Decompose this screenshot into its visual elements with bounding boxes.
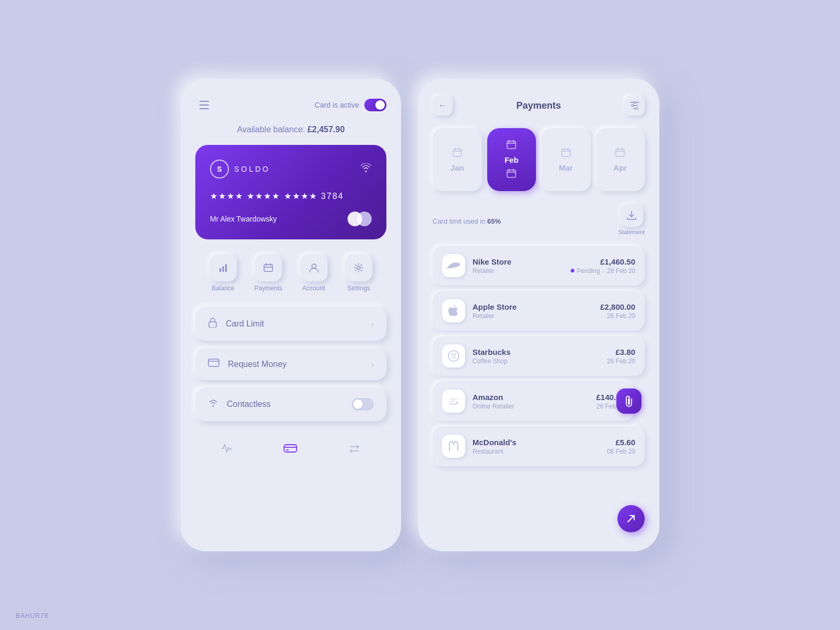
chevron-right-icon-2: ›	[371, 360, 374, 369]
left-phone: Card is active Available balance: £2,457…	[181, 79, 401, 551]
transfer-nav[interactable]	[344, 439, 365, 460]
mcdonalds-logo	[442, 435, 465, 458]
activity-nav[interactable]	[217, 439, 237, 460]
month-mar[interactable]: Mar	[541, 128, 591, 191]
transaction-mcdonalds[interactable]: McDonald's Restaurant £5.60 08 Feb 20	[433, 426, 645, 466]
apple-date: 26 Feb 20	[600, 312, 635, 320]
mcdonalds-date: 08 Feb 20	[607, 448, 635, 455]
contactless-icon	[208, 398, 218, 411]
soldo-circle: S	[210, 160, 229, 178]
svg-rect-6	[209, 322, 216, 328]
transaction-nike[interactable]: Nike Store Retailer £1,460.50 Pending · …	[433, 246, 645, 286]
transaction-starbucks[interactable]: Starbucks Coffee Shop £3.80 26 Feb 20	[433, 336, 645, 376]
starbucks-amount: £3.80	[607, 348, 635, 356]
svg-point-18	[448, 351, 459, 361]
transaction-amazon[interactable]: Amazon Online Retailer £140.00 26 Feb 20	[433, 381, 634, 421]
svg-rect-1	[222, 266, 224, 272]
mastercard-logo	[348, 212, 372, 226]
card-icon	[208, 359, 219, 370]
card-limit-item[interactable]: Card Limit ›	[195, 307, 386, 341]
month-jan[interactable]: Jan	[433, 128, 482, 191]
svg-rect-8	[284, 445, 297, 452]
calendar-icon-mar	[561, 148, 571, 159]
nav-icons-row: Balance Payments	[195, 254, 386, 292]
starbucks-category: Coffee Shop	[472, 358, 600, 365]
card-bottom: Mr Alex Twardowsky	[210, 212, 372, 226]
card-holder-name: Mr Alex Twardowsky	[210, 215, 277, 223]
card-status-section: Card is active	[314, 99, 386, 111]
menu-button[interactable]	[195, 96, 214, 114]
watermark: BAHUR78	[16, 612, 48, 620]
amazon-info: Amazon Online Retailer	[472, 393, 589, 410]
nav-account[interactable]: Account	[300, 254, 328, 292]
apple-name: Apple Store	[472, 302, 593, 311]
svg-point-5	[357, 266, 360, 269]
nav-payments[interactable]: Payments	[254, 254, 282, 292]
progress-section: Card limit used in 65% Statement	[433, 204, 645, 235]
request-money-label: Request Money	[228, 360, 287, 369]
month-apr[interactable]: Apr	[596, 128, 645, 191]
bottom-navigation	[195, 428, 386, 460]
apple-info: Apple Store Retailer	[472, 302, 593, 320]
statement-button[interactable]: Statement	[618, 204, 645, 235]
back-button[interactable]: ←	[433, 96, 453, 116]
starbucks-name: Starbucks	[472, 348, 600, 356]
card-number: ★★★★ ★★★★ ★★★★ 3784	[210, 191, 372, 201]
mcdonalds-amount-section: £5.60 08 Feb 20	[607, 438, 635, 455]
chevron-right-icon: ›	[371, 320, 374, 328]
mcdonalds-name: McDonald's	[472, 438, 600, 447]
nfc-icon	[360, 163, 372, 175]
svg-rect-13	[453, 149, 461, 156]
download-icon	[620, 204, 643, 227]
progress-info: Card limit used in 65%	[433, 217, 610, 225]
svg-rect-17	[616, 149, 624, 156]
starbucks-logo	[442, 344, 465, 368]
nike-category: Retailer	[472, 267, 563, 275]
balance-amount: £2,457.90	[307, 125, 344, 134]
card-status-label: Card is active	[314, 101, 359, 109]
contactless-item[interactable]: Contactless	[195, 387, 386, 421]
svg-rect-14	[507, 141, 516, 149]
card-logo-row: S SOLDO	[210, 160, 372, 178]
statement-label: Statement	[618, 229, 645, 235]
svg-rect-15	[507, 170, 516, 177]
mcdonalds-amount: £5.60	[607, 438, 635, 447]
filter-button[interactable]	[625, 96, 645, 116]
starbucks-amount-section: £3.80 26 Feb 20	[607, 348, 635, 365]
svg-point-12	[636, 108, 638, 110]
amazon-logo	[442, 390, 465, 413]
svg-point-11	[632, 104, 634, 107]
settings-label: Settings	[347, 285, 370, 292]
request-money-item[interactable]: Request Money ›	[195, 348, 386, 380]
balance-display: Available balance: £2,457.90	[195, 125, 386, 134]
attachment-button[interactable]	[616, 388, 642, 414]
svg-point-10	[634, 101, 636, 103]
calendar-icon-active2	[507, 169, 516, 180]
nav-settings[interactable]: Settings	[345, 254, 372, 292]
calendar-icon-active	[507, 140, 516, 151]
apple-amount-section: £2,800.00 26 Feb 20	[600, 302, 635, 320]
nike-name: Nike Store	[472, 257, 563, 266]
month-picker: Jan Feb	[433, 128, 645, 191]
payments-header: ← Payments	[433, 96, 645, 116]
contactless-label: Contactless	[227, 400, 271, 409]
starbucks-date: 26 Feb 20	[607, 358, 635, 365]
month-feb[interactable]: Feb	[487, 128, 537, 191]
nav-balance[interactable]: Balance	[209, 254, 237, 292]
svg-rect-16	[562, 149, 570, 156]
card-limit-label: Card Limit	[226, 319, 264, 329]
lock-icon	[208, 317, 217, 330]
fab-button[interactable]	[617, 505, 645, 532]
card-active-toggle[interactable]	[364, 99, 386, 111]
account-label: Account	[302, 285, 325, 292]
contactless-toggle[interactable]	[352, 398, 374, 411]
soldo-name: SOLDO	[234, 165, 270, 173]
mcdonalds-category: Restaurant	[472, 448, 600, 455]
transaction-apple[interactable]: Apple Store Retailer £2,800.00 26 Feb 20	[433, 291, 645, 331]
nike-amount: £1,460.50	[571, 257, 635, 266]
apple-amount: £2,800.00	[600, 302, 635, 311]
card-nav[interactable]	[279, 439, 301, 460]
calendar-icon	[453, 148, 462, 159]
settings-icon	[345, 254, 372, 281]
nike-info: Nike Store Retailer	[472, 257, 563, 275]
